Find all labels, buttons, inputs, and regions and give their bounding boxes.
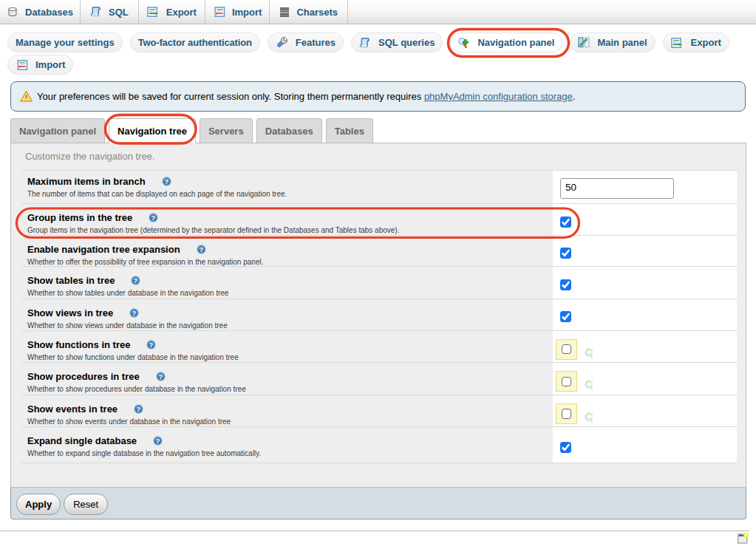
svg-text:?: ? <box>137 405 141 413</box>
svg-text:?: ? <box>132 308 137 316</box>
svg-text:?: ? <box>164 177 168 185</box>
svg-text:?: ? <box>151 214 156 222</box>
svg-text:?: ? <box>158 372 163 381</box>
svg-text:?: ? <box>134 276 138 284</box>
svg-text:?: ? <box>199 245 203 253</box>
svg-text:?: ? <box>156 437 160 445</box>
svg-text:?: ? <box>149 340 154 348</box>
